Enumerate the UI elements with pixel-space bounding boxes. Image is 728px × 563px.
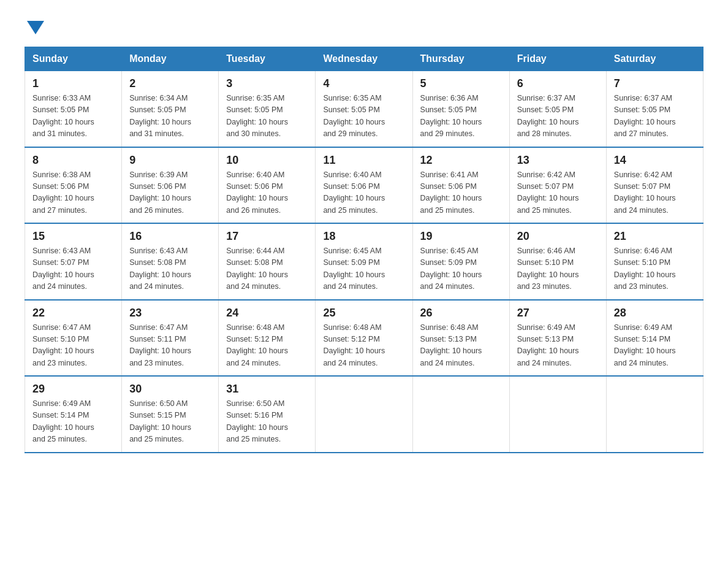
day-info: Sunrise: 6:42 AM Sunset: 5:07 PM Dayligh…	[517, 169, 599, 217]
day-info: Sunrise: 6:45 AM Sunset: 5:09 PM Dayligh…	[420, 245, 502, 293]
day-info: Sunrise: 6:43 AM Sunset: 5:07 PM Dayligh…	[32, 245, 114, 293]
day-info: Sunrise: 6:47 AM Sunset: 5:11 PM Dayligh…	[129, 322, 211, 370]
day-info: Sunrise: 6:49 AM Sunset: 5:14 PM Dayligh…	[614, 322, 696, 370]
day-number: 16	[129, 230, 211, 243]
day-number: 6	[517, 77, 599, 90]
calendar-cell: 31 Sunrise: 6:50 AM Sunset: 5:16 PM Dayl…	[219, 376, 316, 453]
day-info: Sunrise: 6:46 AM Sunset: 5:10 PM Dayligh…	[517, 245, 599, 293]
calendar-week-row: 1 Sunrise: 6:33 AM Sunset: 5:05 PM Dayli…	[25, 71, 703, 147]
calendar-cell: 8 Sunrise: 6:38 AM Sunset: 5:06 PM Dayli…	[25, 147, 122, 224]
calendar-header-row: SundayMondayTuesdayWednesdayThursdayFrid…	[25, 47, 703, 71]
column-header-friday: Friday	[509, 47, 606, 71]
day-number: 19	[420, 230, 502, 243]
day-number: 8	[32, 154, 114, 167]
page-header	[25, 18, 703, 34]
calendar-cell: 17 Sunrise: 6:44 AM Sunset: 5:08 PM Dayl…	[219, 223, 316, 300]
calendar-week-row: 15 Sunrise: 6:43 AM Sunset: 5:07 PM Dayl…	[25, 223, 703, 300]
calendar-cell: 10 Sunrise: 6:40 AM Sunset: 5:06 PM Dayl…	[219, 147, 316, 224]
day-number: 12	[420, 154, 502, 167]
day-number: 30	[129, 383, 211, 396]
calendar-cell: 26 Sunrise: 6:48 AM Sunset: 5:13 PM Dayl…	[412, 300, 509, 377]
day-info: Sunrise: 6:39 AM Sunset: 5:06 PM Dayligh…	[129, 169, 211, 217]
calendar-cell: 19 Sunrise: 6:45 AM Sunset: 5:09 PM Dayl…	[412, 223, 509, 300]
logo-triangle-icon	[27, 21, 44, 34]
day-number: 23	[129, 307, 211, 320]
calendar-table: SundayMondayTuesdayWednesdayThursdayFrid…	[25, 47, 703, 453]
calendar-cell: 11 Sunrise: 6:40 AM Sunset: 5:06 PM Dayl…	[316, 147, 412, 224]
day-number: 4	[323, 77, 404, 90]
calendar-cell: 5 Sunrise: 6:36 AM Sunset: 5:05 PM Dayli…	[412, 71, 509, 147]
calendar-cell: 22 Sunrise: 6:47 AM Sunset: 5:10 PM Dayl…	[25, 300, 122, 377]
day-number: 15	[32, 230, 114, 243]
calendar-cell: 23 Sunrise: 6:47 AM Sunset: 5:11 PM Dayl…	[122, 300, 219, 377]
day-info: Sunrise: 6:37 AM Sunset: 5:05 PM Dayligh…	[517, 93, 599, 140]
day-info: Sunrise: 6:38 AM Sunset: 5:06 PM Dayligh…	[32, 169, 114, 217]
calendar-cell: 6 Sunrise: 6:37 AM Sunset: 5:05 PM Dayli…	[509, 71, 606, 147]
calendar-cell: 28 Sunrise: 6:49 AM Sunset: 5:14 PM Dayl…	[606, 300, 703, 377]
day-number: 25	[323, 307, 404, 320]
day-info: Sunrise: 6:50 AM Sunset: 5:15 PM Dayligh…	[129, 398, 211, 446]
calendar-cell: 12 Sunrise: 6:41 AM Sunset: 5:06 PM Dayl…	[412, 147, 509, 224]
day-number: 21	[614, 230, 696, 243]
day-number: 22	[32, 307, 114, 320]
column-header-thursday: Thursday	[412, 47, 509, 71]
calendar-cell: 1 Sunrise: 6:33 AM Sunset: 5:05 PM Dayli…	[25, 71, 122, 147]
calendar-cell: 15 Sunrise: 6:43 AM Sunset: 5:07 PM Dayl…	[25, 223, 122, 300]
day-number: 3	[226, 77, 308, 90]
calendar-cell: 13 Sunrise: 6:42 AM Sunset: 5:07 PM Dayl…	[509, 147, 606, 224]
day-info: Sunrise: 6:34 AM Sunset: 5:05 PM Dayligh…	[129, 93, 211, 140]
calendar-cell	[412, 376, 509, 453]
day-info: Sunrise: 6:49 AM Sunset: 5:14 PM Dayligh…	[32, 398, 114, 446]
day-number: 26	[420, 307, 502, 320]
day-info: Sunrise: 6:48 AM Sunset: 5:12 PM Dayligh…	[226, 322, 308, 370]
day-info: Sunrise: 6:49 AM Sunset: 5:13 PM Dayligh…	[517, 322, 599, 370]
calendar-cell	[316, 376, 412, 453]
calendar-cell: 27 Sunrise: 6:49 AM Sunset: 5:13 PM Dayl…	[509, 300, 606, 377]
calendar-cell: 18 Sunrise: 6:45 AM Sunset: 5:09 PM Dayl…	[316, 223, 412, 300]
day-number: 13	[517, 154, 599, 167]
calendar-cell: 2 Sunrise: 6:34 AM Sunset: 5:05 PM Dayli…	[122, 71, 219, 147]
calendar-cell: 16 Sunrise: 6:43 AM Sunset: 5:08 PM Dayl…	[122, 223, 219, 300]
calendar-cell	[606, 376, 703, 453]
calendar-cell: 25 Sunrise: 6:48 AM Sunset: 5:12 PM Dayl…	[316, 300, 412, 377]
column-header-wednesday: Wednesday	[316, 47, 412, 71]
calendar-cell: 24 Sunrise: 6:48 AM Sunset: 5:12 PM Dayl…	[219, 300, 316, 377]
day-info: Sunrise: 6:47 AM Sunset: 5:10 PM Dayligh…	[32, 322, 114, 370]
day-number: 27	[517, 307, 599, 320]
day-info: Sunrise: 6:41 AM Sunset: 5:06 PM Dayligh…	[420, 169, 502, 217]
day-info: Sunrise: 6:40 AM Sunset: 5:06 PM Dayligh…	[323, 169, 404, 217]
logo	[25, 18, 44, 34]
column-header-monday: Monday	[122, 47, 219, 71]
day-number: 17	[226, 230, 308, 243]
day-number: 10	[226, 154, 308, 167]
day-number: 2	[129, 77, 211, 90]
calendar-week-row: 8 Sunrise: 6:38 AM Sunset: 5:06 PM Dayli…	[25, 147, 703, 224]
calendar-cell: 29 Sunrise: 6:49 AM Sunset: 5:14 PM Dayl…	[25, 376, 122, 453]
calendar-cell: 21 Sunrise: 6:46 AM Sunset: 5:10 PM Dayl…	[606, 223, 703, 300]
day-info: Sunrise: 6:48 AM Sunset: 5:12 PM Dayligh…	[323, 322, 404, 370]
day-info: Sunrise: 6:46 AM Sunset: 5:10 PM Dayligh…	[614, 245, 696, 293]
day-number: 5	[420, 77, 502, 90]
day-number: 7	[614, 77, 696, 90]
day-number: 28	[614, 307, 696, 320]
day-number: 29	[32, 383, 114, 396]
day-info: Sunrise: 6:36 AM Sunset: 5:05 PM Dayligh…	[420, 93, 502, 140]
calendar-cell: 3 Sunrise: 6:35 AM Sunset: 5:05 PM Dayli…	[219, 71, 316, 147]
day-info: Sunrise: 6:44 AM Sunset: 5:08 PM Dayligh…	[226, 245, 308, 293]
calendar-cell: 4 Sunrise: 6:35 AM Sunset: 5:05 PM Dayli…	[316, 71, 412, 147]
day-number: 24	[226, 307, 308, 320]
calendar-cell	[509, 376, 606, 453]
column-header-sunday: Sunday	[25, 47, 122, 71]
day-info: Sunrise: 6:37 AM Sunset: 5:05 PM Dayligh…	[614, 93, 696, 140]
calendar-cell: 7 Sunrise: 6:37 AM Sunset: 5:05 PM Dayli…	[606, 71, 703, 147]
column-header-saturday: Saturday	[606, 47, 703, 71]
day-info: Sunrise: 6:35 AM Sunset: 5:05 PM Dayligh…	[226, 93, 308, 140]
day-number: 31	[226, 383, 308, 396]
day-number: 1	[32, 77, 114, 90]
calendar-week-row: 22 Sunrise: 6:47 AM Sunset: 5:10 PM Dayl…	[25, 300, 703, 377]
day-info: Sunrise: 6:33 AM Sunset: 5:05 PM Dayligh…	[32, 93, 114, 140]
calendar-cell: 9 Sunrise: 6:39 AM Sunset: 5:06 PM Dayli…	[122, 147, 219, 224]
day-info: Sunrise: 6:50 AM Sunset: 5:16 PM Dayligh…	[226, 398, 308, 446]
day-info: Sunrise: 6:43 AM Sunset: 5:08 PM Dayligh…	[129, 245, 211, 293]
calendar-week-row: 29 Sunrise: 6:49 AM Sunset: 5:14 PM Dayl…	[25, 376, 703, 453]
